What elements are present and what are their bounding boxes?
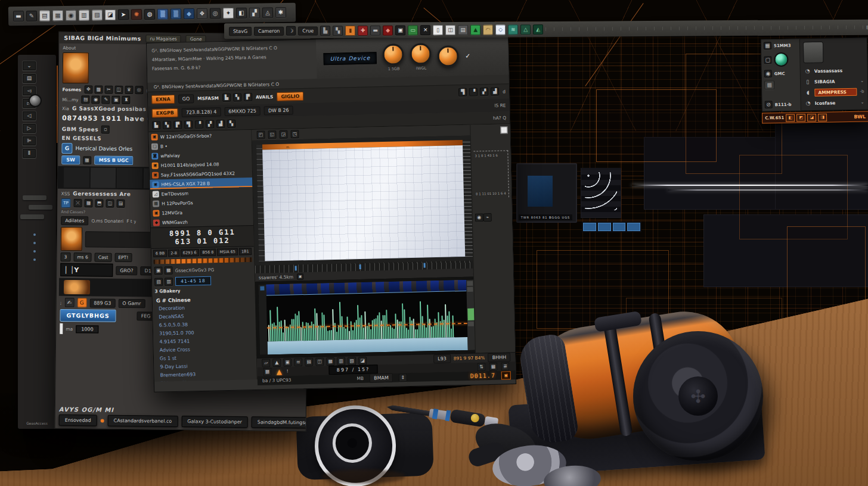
- tile-icon[interactable]: ◲: [279, 130, 287, 139]
- noise-blue-icon[interactable]: ▒: [157, 9, 168, 20]
- chevron-down-icon[interactable]: ⌄: [860, 79, 864, 83]
- star-icon[interactable]: ✱: [275, 7, 286, 18]
- frame-icon[interactable]: ▣: [395, 25, 405, 35]
- tile-icon[interactable]: ▛: [173, 121, 182, 129]
- button[interactable]: 2-8: [168, 250, 179, 257]
- tile-icon[interactable]: ▙: [152, 121, 160, 129]
- chevron-down-icon[interactable]: ⌄: [861, 100, 864, 105]
- row6-btn-2[interactable]: O Gamr: [118, 298, 145, 307]
- tile-icon[interactable]: ✂: [104, 86, 113, 94]
- glow-thumb[interactable]: [64, 280, 90, 294]
- go-button[interactable]: GO: [178, 94, 194, 104]
- tile-icon[interactable]: ◉: [92, 95, 100, 104]
- button[interactable]: ms 6: [73, 253, 92, 261]
- tile-icon[interactable]: ▜: [458, 88, 467, 96]
- primary-blue-button[interactable]: GTGLYBHGS: [60, 309, 116, 322]
- button[interactable]: EXGPB: [152, 108, 179, 117]
- bakery-label[interactable]: 3 GBakery: [154, 288, 180, 294]
- dash-icon[interactable]: ▬: [370, 25, 380, 35]
- slider-btn-1[interactable]: GRO?: [116, 266, 137, 275]
- burst-icon[interactable]: ✺: [131, 9, 142, 20]
- target-icon[interactable]: ◉: [66, 10, 76, 21]
- layers-icon[interactable]: ▦: [52, 10, 63, 21]
- frames-value[interactable]: 41-45 18: [175, 276, 211, 286]
- preview-thumbnail[interactable]: [63, 52, 89, 83]
- disc-icon[interactable]: ◎: [210, 8, 221, 18]
- tile-icon[interactable]: ▟: [491, 88, 499, 96]
- filmstrip-frame[interactable]: [117, 168, 142, 188]
- button[interactable]: B56 8: [200, 248, 216, 256]
- button[interactable]: DW B 26: [264, 105, 293, 115]
- sphere-icon[interactable]: ◉: [764, 70, 772, 77]
- button[interactable]: SaindagbdM.futingsges: [252, 416, 310, 428]
- tile-icon[interactable]: ▣: [112, 96, 120, 104]
- half-icon[interactable]: ◧: [236, 8, 247, 18]
- shear-icon[interactable]: ▙: [320, 26, 330, 36]
- tile-icon[interactable]: ▝: [469, 88, 478, 96]
- tile-icon[interactable]: ◫: [106, 200, 114, 208]
- tile-icon[interactable]: ▱: [262, 359, 270, 367]
- device-btn-sw[interactable]: SW: [61, 155, 80, 164]
- moon-icon[interactable]: ☽: [286, 26, 296, 36]
- tile-icon[interactable]: ▞: [480, 88, 488, 96]
- rail-chip[interactable]: [20, 214, 44, 219]
- tile-icon[interactable]: ▫: [101, 126, 110, 134]
- tile-icon[interactable]: ▦: [263, 367, 271, 376]
- tile-icon[interactable]: ◎: [135, 86, 143, 94]
- globe-icon[interactable]: ◍: [144, 9, 155, 20]
- button[interactable]: Cameron: [254, 26, 284, 35]
- tile-icon[interactable]: ▜: [184, 120, 193, 129]
- tile-icon[interactable]: ◫: [114, 86, 123, 94]
- edit-icon[interactable]: ✍: [64, 298, 74, 307]
- adilates-chip[interactable]: Adilates: [61, 216, 88, 225]
- tile-icon[interactable]: ▙: [222, 94, 231, 102]
- waveform-display[interactable]: [266, 280, 468, 355]
- property-item[interactable]: ◔Icosfase⌄: [803, 97, 866, 109]
- tree-green-icon[interactable]: ▲: [470, 24, 480, 35]
- button[interactable]: 6 BB: [153, 250, 167, 257]
- ban-icon[interactable]: ⊘: [765, 101, 773, 108]
- rail-chip[interactable]: [23, 195, 46, 200]
- gem-red-icon[interactable]: ◆: [383, 25, 393, 35]
- rail-knob[interactable]: [29, 94, 42, 107]
- orange-g-icon[interactable]: G: [77, 298, 86, 307]
- tile-icon[interactable]: ⇕: [399, 373, 407, 382]
- meter-btn[interactable]: BHHH: [488, 353, 510, 362]
- tile-icon[interactable]: ◰: [256, 131, 265, 139]
- button[interactable]: ◪: [807, 113, 816, 121]
- tile-icon[interactable]: ⇅: [477, 363, 485, 371]
- tile-icon[interactable]: Ⅱ: [22, 148, 36, 158]
- tile-icon[interactable]: ▲: [272, 359, 281, 367]
- chevron-down-icon[interactable]: -b: [860, 89, 864, 94]
- tile-icon[interactable]: ≋: [294, 358, 302, 366]
- button[interactable]: 3: [60, 253, 70, 261]
- row6-btn-1[interactable]: 889 G3: [89, 298, 115, 307]
- tile-icon[interactable]: ▦: [84, 199, 92, 207]
- menu-line-1[interactable]: G². BNGHowy SestAvandataNGGPWGNt B NGHat…: [151, 45, 311, 54]
- tile-icon[interactable]: ▞: [206, 120, 214, 128]
- button[interactable]: Galaxy 3-Custodianper: [181, 416, 248, 428]
- button[interactable]: ◩: [796, 114, 805, 122]
- button[interactable]: 6MXXO 725: [224, 106, 261, 116]
- cut-icon[interactable]: ✕: [420, 25, 430, 35]
- mini-white-icon[interactable]: [500, 126, 507, 133]
- tile-icon[interactable]: ◳: [290, 130, 299, 138]
- meter-chip[interactable]: L93: [433, 354, 451, 364]
- waves-icon[interactable]: ≋: [508, 24, 518, 35]
- property-item[interactable]: ◖AMMPRESS-b: [802, 86, 866, 98]
- wave-tag-icon[interactable]: ▣: [297, 273, 303, 280]
- spark-icon[interactable]: ✦: [223, 8, 234, 18]
- tile-icon[interactable]: ◁: [22, 111, 36, 121]
- button[interactable]: ◧: [786, 114, 795, 122]
- tile-icon[interactable]: ▚: [163, 121, 171, 129]
- tile-icon[interactable]: ▷: [22, 123, 36, 133]
- card-green-icon[interactable]: ▭: [408, 25, 418, 35]
- gem-blue-icon[interactable]: ◆: [184, 8, 194, 19]
- page-icon[interactable]: ▯: [433, 25, 443, 35]
- flower-icon[interactable]: ❖: [197, 8, 207, 19]
- tile-icon[interactable]: ▦: [489, 362, 497, 370]
- door-orange-icon[interactable]: ▮: [345, 26, 355, 36]
- tile-icon[interactable]: ⌄: [22, 61, 36, 71]
- preview-slot-button[interactable]: [803, 42, 824, 64]
- button[interactable]: Ensovedad: [59, 415, 97, 426]
